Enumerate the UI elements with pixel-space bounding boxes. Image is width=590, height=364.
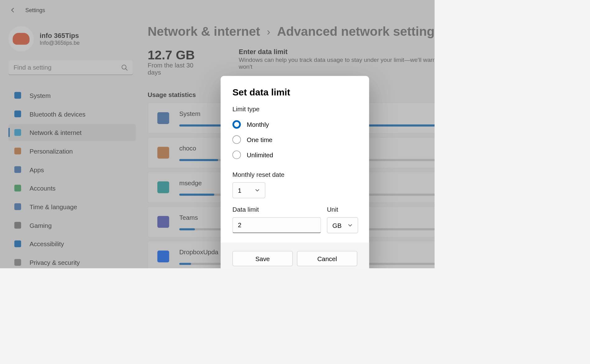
radio-unlimited[interactable]: Unlimited bbox=[233, 147, 357, 163]
save-button[interactable]: Save bbox=[233, 251, 293, 266]
chevron-down-icon bbox=[255, 188, 260, 193]
data-limit-label: Data limit bbox=[233, 206, 321, 213]
limit-type-label: Limit type bbox=[233, 105, 357, 113]
reset-date-label: Monthly reset date bbox=[233, 171, 357, 178]
reset-date-select[interactable]: 1 bbox=[233, 182, 265, 198]
unit-select[interactable]: GB bbox=[327, 217, 358, 233]
radio-label: Monthly bbox=[247, 121, 269, 128]
radio-label: One time bbox=[247, 136, 273, 143]
limit-type-radio-group: MonthlyOne timeUnlimited bbox=[233, 117, 357, 163]
unit-label: Unit bbox=[327, 206, 358, 213]
radio-label: Unlimited bbox=[247, 151, 273, 158]
dialog-title: Set data limit bbox=[233, 87, 357, 98]
radio-icon bbox=[233, 150, 241, 159]
unit-value: GB bbox=[332, 222, 341, 229]
radio-one-time[interactable]: One time bbox=[233, 132, 357, 147]
radio-icon bbox=[233, 136, 241, 144]
radio-monthly[interactable]: Monthly bbox=[233, 117, 357, 132]
set-data-limit-dialog: Set data limit Limit type MonthlyOne tim… bbox=[221, 76, 369, 268]
reset-date-value: 1 bbox=[238, 187, 241, 194]
cancel-button[interactable]: Cancel bbox=[297, 251, 357, 266]
modal-overlay: Set data limit Limit type MonthlyOne tim… bbox=[0, 0, 435, 268]
radio-icon bbox=[233, 120, 241, 129]
chevron-down-icon bbox=[348, 223, 353, 228]
data-limit-input[interactable] bbox=[233, 217, 321, 233]
